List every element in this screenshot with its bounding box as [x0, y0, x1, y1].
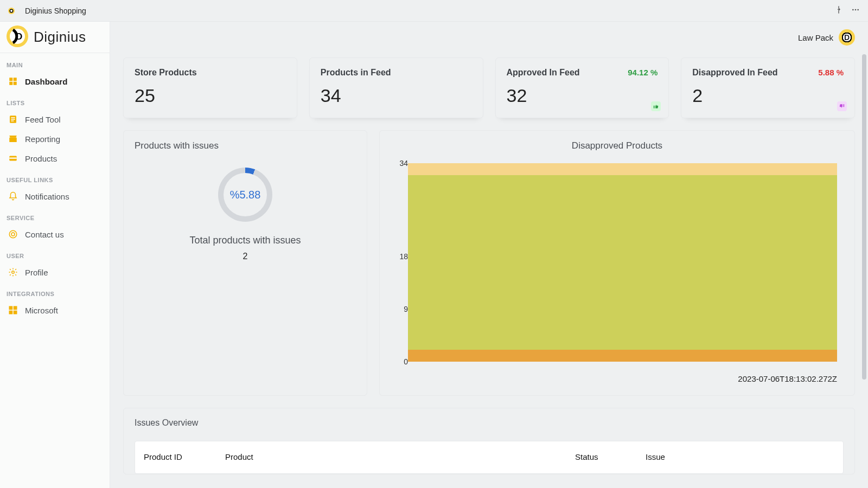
svg-point-19 [9, 230, 17, 238]
issues-table: Product ID Product Status Issue [135, 449, 843, 465]
sidebar-item-profile[interactable]: Profile [0, 262, 110, 282]
user-chip[interactable]: Law Pack [798, 29, 855, 46]
content-scroll[interactable]: Law Pack Store Products 25 Products in F… [110, 22, 868, 488]
card-products-in-feed[interactable]: Products in Feed 34 [309, 57, 483, 118]
svg-point-3 [852, 9, 854, 10]
svg-rect-14 [11, 117, 15, 118]
sidebar-section-service: SERVICE [0, 206, 110, 224]
card-percent: 5.88 % [818, 68, 844, 77]
thumbs-down-icon [837, 101, 847, 111]
svg-rect-12 [14, 82, 17, 85]
card-disapproved[interactable]: Disapproved In Feed 5.88 % 2 [681, 57, 855, 118]
list-icon [8, 114, 18, 125]
svg-point-21 [12, 271, 15, 274]
sidebar-item-feed-tool[interactable]: Feed Tool [0, 110, 110, 129]
y-tick: 18 [399, 252, 408, 261]
svg-point-20 [11, 233, 15, 236]
titlebar-right [834, 5, 860, 16]
user-display-name: Law Pack [798, 33, 833, 42]
panel-title: Disapproved Products [391, 140, 844, 151]
app-shell: D Diginius MAIN Dashboard LISTS Feed Too… [0, 22, 868, 488]
panel-title: Products with issues [135, 140, 356, 151]
card-label: Store Products [135, 68, 286, 78]
col-status[interactable]: Status [566, 449, 637, 465]
svg-rect-24 [9, 311, 13, 314]
svg-point-2 [10, 10, 12, 12]
sidebar-item-reporting[interactable]: Reporting [0, 129, 110, 149]
sidebar-section-user: USER [0, 244, 110, 262]
y-axis-ticks: 34 18 9 0 [392, 163, 408, 362]
more-icon[interactable] [851, 5, 860, 16]
thumbs-up-icon [651, 101, 661, 111]
svg-point-4 [855, 9, 857, 10]
card-value: 34 [321, 85, 472, 106]
card-value: 32 [507, 85, 658, 106]
titlebar: Diginius Shopping [0, 0, 868, 22]
donut-chart: %5.88 [218, 168, 272, 222]
y-tick: 9 [404, 305, 408, 313]
sidebar-item-dashboard[interactable]: Dashboard [0, 72, 110, 91]
svg-text:D: D [16, 31, 22, 42]
donut-center-text: %5.88 [230, 189, 261, 201]
card-approved[interactable]: Approved In Feed 94.12 % 32 [495, 57, 669, 118]
panels-row: Products with issues %5.88 Total product… [110, 118, 868, 396]
donut-subtitle: Total products with issues [189, 235, 301, 246]
bar-segment [408, 350, 837, 362]
svg-rect-18 [9, 158, 17, 159]
card-label: Products in Feed [321, 68, 472, 78]
svg-rect-10 [14, 78, 17, 81]
y-tick: 34 [399, 159, 408, 168]
col-issue[interactable]: Issue [637, 449, 843, 465]
card-percent: 94.12 % [628, 68, 658, 77]
pin-icon[interactable] [834, 5, 843, 16]
gear-icon [8, 267, 18, 278]
brand-name: Diginius [34, 29, 86, 46]
y-tick: 0 [404, 357, 408, 366]
sidebar-section-integrations: INTEGRATIONS [0, 282, 110, 300]
issues-overview-title: Issues Overview [135, 418, 844, 428]
x-axis-label: 2023-07-06T18:13:02.272Z [738, 374, 837, 383]
app-logo-icon [8, 7, 20, 15]
sidebar-section-useful: USEFUL LINKS [0, 168, 110, 187]
card-store-products[interactable]: Store Products 25 [123, 57, 297, 118]
sidebar-item-label: Contact us [25, 230, 64, 239]
sidebar-item-products[interactable]: Products [0, 149, 110, 168]
sidebar-item-contact[interactable]: Contact us [0, 224, 110, 244]
avatar [839, 29, 855, 46]
card-icon [8, 153, 18, 164]
sidebar-logo[interactable]: D Diginius [0, 22, 110, 53]
app-title: Diginius Shopping [25, 7, 86, 15]
table-header-row: Product ID Product Status Issue [135, 449, 843, 465]
bar-segment [408, 163, 837, 175]
store-icon [8, 133, 18, 144]
sidebar-item-notifications[interactable]: Notifications [0, 187, 110, 206]
svg-rect-15 [11, 119, 15, 120]
kpi-cards: Store Products 25 Products in Feed 34 Ap… [110, 53, 868, 118]
sidebar-item-label: Dashboard [25, 77, 67, 86]
brand-mark-icon: D [5, 24, 29, 50]
panel-issues-overview: Issues Overview Product ID Product Statu… [123, 408, 855, 474]
svg-point-5 [857, 9, 859, 10]
donut-count: 2 [243, 252, 248, 261]
svg-rect-22 [9, 306, 13, 310]
sidebar-item-label: Products [25, 154, 57, 163]
card-value: 2 [692, 85, 844, 106]
bar-segment [408, 175, 837, 350]
col-product[interactable]: Product [216, 449, 566, 465]
sidebar-item-microsoft[interactable]: Microsoft [0, 300, 110, 320]
sidebar: D Diginius MAIN Dashboard LISTS Feed Too… [0, 22, 110, 488]
svg-rect-25 [14, 311, 17, 314]
donut-wrap: %5.88 Total products with issues 2 [135, 168, 356, 261]
svg-rect-23 [14, 306, 17, 310]
scrollbar-thumb[interactable] [862, 54, 866, 380]
sidebar-item-label: Feed Tool [25, 115, 61, 124]
sidebar-item-label: Microsoft [25, 306, 58, 315]
microsoft-icon [8, 305, 18, 316]
sidebar-section-lists: LISTS [0, 91, 110, 110]
svg-rect-16 [11, 120, 14, 121]
sidebar-item-label: Reporting [25, 134, 60, 144]
col-product-id[interactable]: Product ID [135, 449, 216, 465]
card-value: 25 [135, 85, 286, 106]
svg-rect-9 [9, 78, 12, 81]
headset-icon [8, 229, 18, 240]
